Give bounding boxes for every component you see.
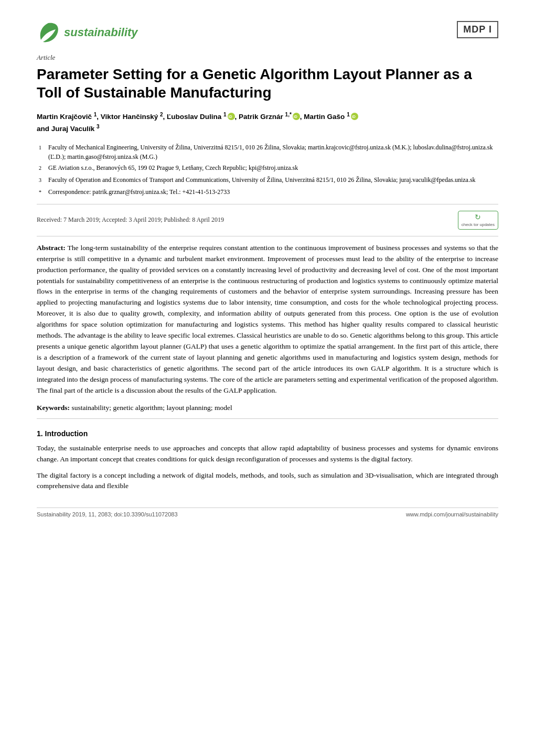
intro-paragraph-1: Today, the sustainable enterprise needs … [37,443,498,465]
affiliations: 1 Faculty of Mechanical Engineering, Uni… [37,143,498,198]
authors-line: Martin Krajčovič 1, Viktor Hančinský 2, … [37,110,498,134]
abstract-section: Abstract: The long-term sustainability o… [37,243,498,396]
affiliation-1: 1 Faculty of Mechanical Engineering, Uni… [37,143,498,161]
orcid-icon-dulina [228,113,235,120]
keywords-section: Keywords: sustainability; genetic algori… [37,404,498,412]
orcid-icon-grznar [293,113,300,120]
divider-1 [37,204,498,204]
check-updates-icon: ↻ [475,213,481,221]
footer-right: www.mdpi.com/journal/sustainability [406,511,498,517]
logo-text: sustainability [64,26,138,39]
article-label: Article [37,53,498,62]
article-title: Parameter Setting for a Genetic Algorith… [37,65,498,102]
orcid-icon-gaso [351,113,358,120]
footer-left: Sustainability 2019, 11, 2083; doi:10.33… [37,511,178,517]
sustainability-logo: sustainability [37,21,138,44]
intro-section: 1. Introduction Today, the sustainable e… [37,429,498,492]
received-dates: Received: 7 March 2019; Accepted: 3 Apri… [37,211,498,230]
divider-2 [37,236,498,236]
page-footer: Sustainability 2019, 11, 2083; doi:10.33… [37,507,498,517]
affiliation-3: 3 Faculty of Operation and Economics of … [37,175,498,186]
intro-paragraph-2: The digital factory is a concept includi… [37,470,498,492]
page: sustainability MDP I Article Parameter S… [0,0,535,756]
correspondence-line: * Correspondence: patrik.grznar@fstroj.u… [37,187,498,198]
header: sustainability MDP I [37,21,498,44]
affiliation-2: 2 GE Aviation s.r.o., Beranových 65, 199… [37,163,498,174]
check-updates-badge: ↻ check tor updates [458,211,498,230]
mdpi-logo: MDP I [457,21,498,38]
leaf-icon [37,21,60,44]
section-title-intro: 1. Introduction [37,429,498,438]
divider-3 [37,418,498,419]
